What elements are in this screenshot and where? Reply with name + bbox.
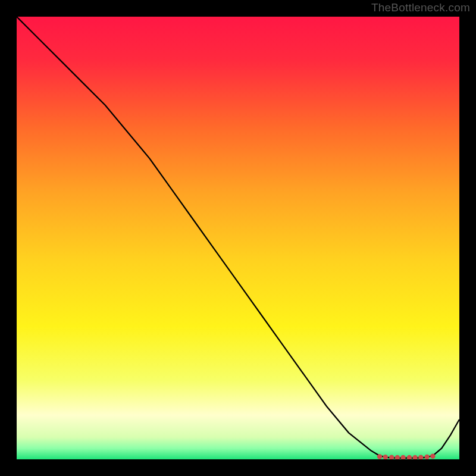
marker-dot	[430, 454, 435, 459]
marker-dot	[424, 455, 429, 459]
chart-svg	[17, 17, 459, 459]
chart-container: TheBottleneck.com	[0, 0, 476, 476]
plot-area	[17, 17, 459, 459]
watermark-label: TheBottleneck.com	[371, 1, 470, 14]
marker-dot	[377, 454, 382, 459]
